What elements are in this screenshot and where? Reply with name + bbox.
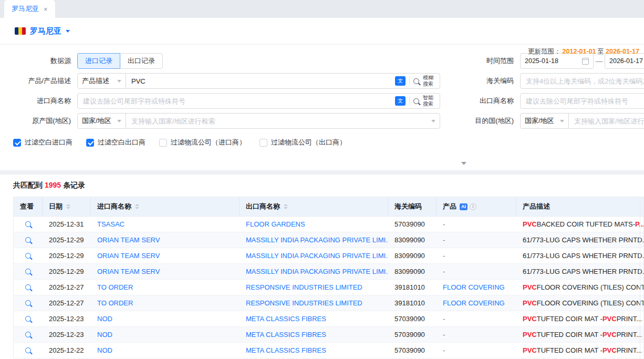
origin-type-select[interactable]: 国家/地区 (78, 114, 126, 128)
exporter-link[interactable]: FLOOR GARDENS (246, 220, 305, 228)
view-detail-icon[interactable] (25, 284, 31, 290)
search-panel: 罗马尼亚 更新范围：2012-01-01至2026-01-17 数据源 进口记录… (0, 18, 644, 170)
view-detail-icon[interactable] (25, 269, 31, 274)
product-cell: - (437, 327, 516, 342)
sort-asc-icon[interactable] (66, 204, 70, 206)
importer-link[interactable]: ORIAN TEAM SERV (97, 268, 160, 275)
tab-close-icon[interactable]: × (44, 6, 48, 13)
description-cell: 61/773-LUG CAPS WHETHER PRNTD... (516, 264, 643, 279)
exporter-link[interactable]: RESPONSIVE INDUSTRIES LIMITED (246, 299, 362, 307)
view-cell (14, 280, 43, 295)
country-chevron-down-icon[interactable] (66, 30, 70, 33)
checkbox-icon[interactable] (86, 139, 94, 147)
fuzzy-search-icon[interactable] (413, 78, 419, 84)
checkbox-icon[interactable] (13, 139, 21, 147)
importer-link[interactable]: ORIAN TEAM SERV (97, 252, 160, 260)
data-source-option-1[interactable]: 进口记录 (77, 53, 120, 69)
col-header-date[interactable]: 日期 (43, 197, 91, 216)
country-name[interactable]: 罗马尼亚 (30, 26, 61, 36)
fuzzy-search-label[interactable]: 模糊搜索 (423, 75, 435, 87)
sort-desc-icon[interactable] (135, 207, 139, 209)
destination-type-select[interactable]: 国家/地区 (521, 114, 569, 128)
table-row: 2025-12-29ORIAN TEAM SERVMASSILLY INDIA … (14, 232, 643, 248)
description-part: TUFTED COIR MAT - (537, 331, 603, 339)
sort-icons[interactable] (66, 204, 70, 209)
view-detail-icon[interactable] (25, 300, 31, 306)
importer-link[interactable]: NOD (97, 346, 112, 354)
view-detail-icon[interactable] (25, 221, 31, 227)
sort-icons[interactable] (135, 204, 139, 209)
col-header-importer[interactable]: 进口商名称 (91, 197, 240, 216)
filter-checkbox-2[interactable]: 过滤空白出口商 (86, 138, 146, 147)
info-icon[interactable]: i (470, 203, 476, 210)
importer-input[interactable] (78, 94, 391, 108)
calendar-icon (582, 58, 589, 65)
sort-icons[interactable] (284, 204, 288, 209)
view-detail-icon[interactable] (25, 316, 31, 322)
tab-romania[interactable]: 罗马尼亚 × (4, 0, 55, 18)
filter-checkbox-3[interactable]: 过滤物流公司（进口商） (159, 138, 246, 147)
description-cell: PVC TUFTED COIR MAT - PVC PRINT... (516, 327, 643, 342)
view-cell (14, 327, 43, 342)
sort-desc-icon[interactable] (284, 207, 288, 209)
view-detail-icon[interactable] (25, 347, 31, 353)
importer-link[interactable]: TSASAC (97, 220, 124, 228)
hs-code-cell: 57039090 (388, 217, 437, 232)
exporter-link[interactable]: META CLASSICS FIBRES (246, 331, 326, 339)
description-part: PVC (603, 346, 617, 354)
collapse-panel-button[interactable] (456, 157, 472, 169)
exporter-link[interactable]: META CLASSICS FIBRES (246, 315, 326, 323)
product-link[interactable]: FLOOR COVERING (443, 299, 505, 307)
table-row: 2025-12-22NODMETA CLASSICS FIBRES5703909… (14, 343, 643, 358)
data-source-option-2[interactable]: 出口记录 (120, 53, 163, 69)
importer-link[interactable]: NOD (97, 331, 112, 339)
filter-checkbox-1[interactable]: 过滤空白进口商 (13, 138, 72, 147)
product-label: 产品/产品描述 (11, 76, 71, 86)
exporter-link[interactable]: MASSILLY INDIA PACKAGING PRIVATE LIMI... (246, 252, 388, 260)
addon-divider (409, 77, 410, 85)
translate-icon[interactable]: 文 (395, 76, 406, 86)
origin-input[interactable] (126, 117, 431, 125)
exporter-input[interactable] (520, 93, 644, 109)
smart-search-icon[interactable] (413, 98, 419, 104)
description-part: PRINT... (617, 331, 642, 339)
exporter-link[interactable]: META CLASSICS FIBRES (246, 346, 326, 354)
col-header-label: 产品 (443, 202, 456, 211)
smart-search-label[interactable]: 智能搜索 (423, 95, 435, 107)
hs-code-input[interactable] (520, 73, 644, 89)
col-header-label: 海关编码 (394, 202, 422, 211)
description-part: TUFTED COIR MAT - (537, 315, 603, 323)
product-link[interactable]: FLOOR COVERING (443, 283, 505, 291)
description-cell: PVC FLOOR COVERING (TILES) CONT... (516, 280, 643, 295)
importer-cell: TSASAC (91, 217, 240, 232)
importer-link[interactable]: TO ORDER (97, 299, 133, 307)
importer-link[interactable]: ORIAN TEAM SERV (97, 236, 160, 244)
exporter-cell: META CLASSICS FIBRES (240, 343, 388, 358)
destination-type-value: 国家/地区 (525, 116, 554, 126)
description-part: PVC (523, 346, 537, 354)
summary-suffix: 条记录 (63, 181, 85, 189)
exporter-link[interactable]: MASSILLY INDIA PACKAGING PRIVATE LIMI... (246, 236, 388, 244)
view-detail-icon[interactable] (25, 253, 31, 259)
filter-checkbox-4[interactable]: 过滤物流公司（出口商） (259, 138, 346, 147)
importer-link[interactable]: NOD (97, 315, 112, 323)
checkbox-icon[interactable] (259, 139, 267, 147)
chevron-down-icon (431, 120, 435, 122)
translate-icon[interactable]: 文 (395, 96, 406, 106)
destination-input[interactable] (569, 117, 644, 125)
product-type-select[interactable]: 产品描述 (78, 74, 126, 88)
divider (0, 44, 644, 45)
sort-asc-icon[interactable] (135, 204, 139, 206)
importer-link[interactable]: TO ORDER (97, 283, 133, 291)
description-cell: PVC TUFTED COIR MAT - PVC PRINT... (516, 311, 643, 326)
exporter-link[interactable]: RESPONSIVE INDUSTRIES LIMITED (246, 283, 362, 291)
view-cell (14, 217, 43, 232)
sort-asc-icon[interactable] (284, 204, 288, 206)
view-detail-icon[interactable] (25, 332, 31, 337)
sort-desc-icon[interactable] (66, 207, 70, 209)
view-detail-icon[interactable] (25, 237, 31, 243)
exporter-link[interactable]: MASSILLY INDIA PACKAGING PRIVATE LIMI... (246, 268, 388, 275)
col-header-exporter[interactable]: 出口商名称 (240, 197, 388, 216)
checkbox-icon[interactable] (159, 139, 167, 147)
product-input[interactable] (126, 74, 391, 88)
